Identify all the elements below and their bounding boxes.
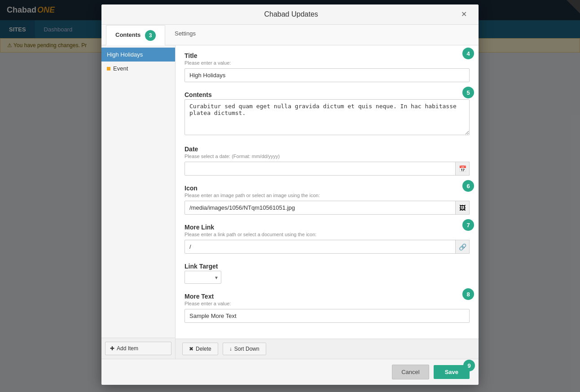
more-link-input-wrapper: 🔗 [185,240,470,254]
list-item-high-holidays-label: High Holidays [107,51,143,58]
icon-hint: Please enter an image path or select an … [185,193,470,198]
right-panel: Title Please enter a value: 4 Contents 5… [176,45,479,359]
date-input-wrapper: 📅 [185,162,470,176]
icon-input[interactable] [185,201,470,215]
date-input[interactable] [185,162,470,176]
left-panel: High Holidays Event ✚ Add Item [101,45,176,359]
modal-close-button[interactable]: ✕ [458,10,470,19]
date-picker-button[interactable]: 📅 [455,162,470,176]
contents-field-group: Contents 5 Curabitur sed quam eget nulla… [185,91,470,137]
modal-header: Chabad Updates ✕ [101,4,479,25]
link-target-field-group: Link Target _blank _self _parent ▼ [185,263,470,284]
tab-contents-badge: 3 [145,30,156,41]
list-item-high-holidays[interactable]: High Holidays [101,48,175,62]
link-target-label: Link Target [185,263,470,270]
date-hint: Please select a date: (Format: mm/dd/yyy… [185,154,470,159]
title-step-badge: 4 [462,48,474,59]
more-text-hint: Please enter a value: [185,301,470,306]
list-item-bullet [107,67,110,70]
sort-down-icon: ↓ [229,346,232,352]
more-text-input[interactable] [185,309,470,323]
left-panel-list: High Holidays Event [101,45,175,338]
icon-input-wrapper: 🖼 [185,201,470,215]
link-icon: 🔗 [459,243,466,251]
contents-label: Contents [185,91,470,98]
more-link-input[interactable] [185,240,470,254]
right-panel-footer: ✖ Delete ↓ Sort Down [176,339,479,359]
more-link-field-group: More Link Please enter a link path or se… [185,224,470,254]
more-text-field-group: More Text Please enter a value: 8 [185,293,470,323]
icon-picker-button[interactable]: 🖼 [455,201,470,215]
more-text-step-badge: 8 [462,288,474,300]
delete-button[interactable]: ✖ Delete [182,343,218,355]
link-picker-button[interactable]: 🔗 [455,240,470,254]
calendar-icon: 📅 [459,165,466,172]
title-label: Title [185,52,470,59]
tab-contents[interactable]: Contents 3 [106,25,165,45]
sort-down-button[interactable]: ↓ Sort Down [223,343,266,355]
save-step-badge: 9 [463,360,475,371]
more-link-hint: Please enter a link path or select a doc… [185,232,470,237]
list-item-event-label: Event [113,65,128,72]
tab-contents-label: Contents [115,31,141,38]
list-item-event[interactable]: Event [101,62,175,75]
add-item-icon: ✚ [110,345,114,352]
add-item-button[interactable]: ✚ Add Item [105,342,171,355]
more-text-label: More Text [185,293,470,300]
cancel-button[interactable]: Cancel [392,365,429,379]
date-label: Date [185,145,470,153]
modal-title: Chabad Updates [124,10,458,18]
modal-body: High Holidays Event ✚ Add Item [101,45,479,359]
title-input[interactable] [185,68,470,82]
right-panel-content: Title Please enter a value: 4 Contents 5… [176,45,479,339]
contents-textarea[interactable]: Curabitur sed quam eget nulla gravida di… [185,99,470,135]
tab-settings[interactable]: Settings [165,25,205,45]
icon-label: Icon [185,185,470,192]
title-hint: Please enter a value: [185,60,470,66]
sort-down-label: Sort Down [234,346,259,352]
delete-label: Delete [196,346,211,352]
contents-step-badge: 5 [462,87,474,98]
add-item-label: Add Item [117,345,138,352]
tab-settings-label: Settings [175,30,196,37]
title-field-group: Title Please enter a value: 4 [185,52,470,82]
left-panel-footer: ✚ Add Item [101,338,175,359]
delete-icon: ✖ [189,346,193,352]
date-field-group: Date Please select a date: (Format: mm/d… [185,145,470,176]
modal-overlay: Chabad Updates ✕ Contents 3 Settings Hig… [0,0,580,392]
icon-field-group: Icon Please enter an image path or selec… [185,185,470,215]
more-link-step-badge: 7 [462,219,474,231]
more-link-label: More Link [185,224,470,231]
modal-tabs: Contents 3 Settings [101,25,479,45]
modal-footer: Cancel Save 9 [101,359,479,385]
icon-step-badge: 6 [462,180,474,192]
link-target-select-wrapper: _blank _self _parent ▼ [185,271,221,284]
link-target-select[interactable]: _blank _self _parent [185,271,221,284]
image-icon: 🖼 [459,204,466,211]
modal-dialog: Chabad Updates ✕ Contents 3 Settings Hig… [101,4,479,385]
